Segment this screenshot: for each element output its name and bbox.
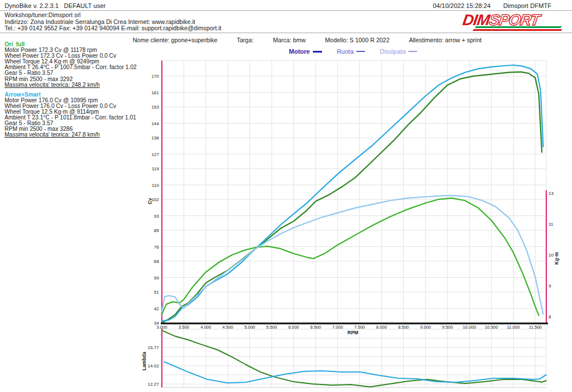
svg-text:13: 13	[549, 191, 554, 196]
svg-text:Kg·m: Kg·m	[554, 252, 559, 265]
dyno-charts-canvas: 1701611531441361271191101029385766859514…	[0, 0, 572, 392]
svg-text:110: 110	[152, 183, 159, 188]
svg-text:93: 93	[154, 214, 159, 219]
svg-text:8: 8	[549, 314, 551, 319]
svg-text:51: 51	[154, 290, 159, 295]
svg-text:12.27: 12.27	[148, 382, 160, 387]
svg-text:161: 161	[152, 90, 160, 95]
svg-text:170: 170	[152, 74, 160, 79]
svg-text:Lambda: Lambda	[141, 351, 147, 370]
svg-text:119: 119	[152, 166, 159, 171]
dynobike-window: { "header": { "app_version": "DynoBike v…	[0, 0, 572, 392]
series-arrow+smart-wheel-torque	[162, 195, 543, 314]
svg-text:15.77: 15.77	[148, 345, 160, 350]
lambda-chart: 15.7714.0212.27Lambda	[141, 329, 546, 387]
svg-text:RPM: RPM	[348, 330, 359, 335]
svg-text:85: 85	[154, 228, 159, 233]
series-arrow+smart-lambda	[164, 362, 546, 383]
svg-text:136: 136	[152, 135, 160, 141]
svg-text:14.02: 14.02	[148, 363, 160, 369]
svg-text:144: 144	[152, 121, 160, 126]
svg-text:76: 76	[154, 245, 159, 250]
series-ori_full-motor-power	[162, 72, 542, 323]
svg-text:42: 42	[154, 306, 159, 311]
svg-text:59: 59	[154, 275, 159, 281]
svg-text:9: 9	[549, 283, 551, 289]
svg-text:127: 127	[152, 152, 160, 157]
svg-text:11: 11	[549, 222, 554, 227]
svg-text:153: 153	[152, 105, 160, 110]
series-arrow+smart-motor-power	[162, 65, 543, 321]
svg-text:68: 68	[154, 259, 159, 264]
power-torque-chart: 1701611531441361271191101029385766859514…	[147, 61, 559, 335]
svg-text:Cv: Cv	[147, 198, 153, 204]
